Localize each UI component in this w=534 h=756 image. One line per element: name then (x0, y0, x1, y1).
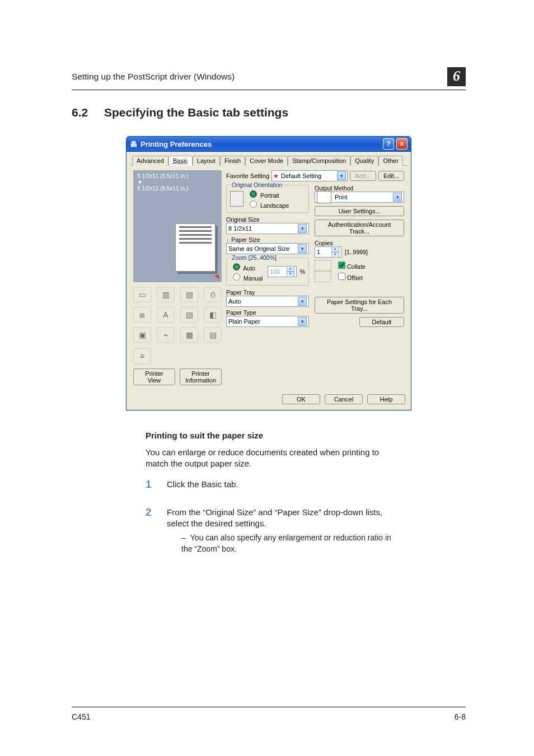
authentication-button[interactable]: Authentication/Account Track... (315, 220, 404, 236)
feature-icon: ▤ (180, 307, 198, 323)
preview-sheet-icon (175, 223, 216, 272)
favorite-add-button[interactable]: Add... (350, 171, 376, 181)
feature-icon: ▤ (180, 287, 198, 302)
portrait-icon (230, 191, 243, 207)
tab-cover-mode[interactable]: Cover Mode (245, 156, 288, 166)
paper-size-label: Paper Size (231, 236, 260, 243)
subsection-title: Printing to suit the paper size (146, 431, 392, 440)
paper-preview-pane: 8 1/2x11 (8.5x11 in.) ▼ 8 1/2x11 (8.5x11… (133, 170, 222, 282)
favorite-setting-label: Favorite Setting (226, 172, 269, 179)
collate-checkbox[interactable]: Collate (338, 262, 366, 270)
step-2-text: From the “Original Size” and “Paper Size… (167, 507, 382, 528)
section-title: Specifying the Basic tab settings (104, 106, 288, 119)
star-icon: ★ (273, 172, 279, 180)
paper-type-select[interactable]: Plain Paper▾ (226, 316, 309, 327)
printer-view-button[interactable]: Printer View (133, 368, 175, 385)
zoom-percent-label: % (300, 268, 305, 275)
favorite-setting-value: Default Setting (281, 172, 321, 179)
tab-layout[interactable]: Layout (193, 156, 220, 166)
section-number: 6.2 (72, 106, 94, 119)
offset-checkbox[interactable]: Offset (338, 273, 363, 281)
header-rule (72, 90, 466, 90)
down-arrow-icon: ▼ (137, 179, 143, 185)
paper-type-label: Paper Type (226, 309, 309, 316)
feature-icon: ≣ (133, 307, 151, 323)
feature-icon: ⎙ (204, 287, 222, 302)
feature-icon: ▤ (204, 327, 222, 343)
chevron-down-icon: ▾ (337, 171, 346, 180)
printer-information-button[interactable]: Printer Information (180, 368, 222, 385)
paper-settings-tray-button[interactable]: Paper Settings for Each Tray... (315, 297, 404, 314)
close-titlebar-button[interactable]: × (396, 138, 407, 150)
tab-other[interactable]: Other (378, 156, 403, 166)
ok-button[interactable]: OK (282, 394, 320, 404)
feature-icon: ⌁ (157, 327, 175, 343)
chevron-down-icon: ▾ (298, 317, 307, 326)
zoom-value-spin[interactable]: 100▴▾ (268, 266, 297, 277)
feature-icon: ▭ (133, 287, 151, 302)
zoom-manual-radio[interactable]: Manual (230, 275, 263, 282)
copies-range-label: [1..9999] (345, 249, 368, 255)
printing-preferences-dialog: 🖶 Printing Preferences ? × Advanced Basi… (126, 136, 411, 410)
body-paragraph: You can enlarge or reduce documents crea… (146, 447, 392, 470)
tab-advanced[interactable]: Advanced (132, 156, 168, 166)
dialog-title: Printing Preferences (140, 140, 212, 148)
original-size-label: Original Size (226, 216, 309, 223)
preview-dst-size: 8 1/2x11 (8.5x11 in.) (137, 185, 218, 192)
footer-pagenum: 6-8 (455, 712, 466, 721)
collate-icon (315, 260, 331, 271)
down-arrow-icon: ↓ (226, 236, 229, 243)
feature-icon: A (157, 307, 175, 323)
landscape-radio[interactable]: Landscape (247, 202, 289, 209)
tab-basic[interactable]: Basic (168, 156, 193, 166)
feature-icon: ▦ (180, 327, 198, 343)
step-2-subbullet: –You can also specify any enlargement or… (181, 533, 392, 554)
offset-icon (315, 271, 331, 282)
resize-grip-icon (214, 275, 219, 279)
chevron-down-icon: ▾ (298, 244, 307, 253)
chapter-number-badge: 6 (447, 67, 466, 86)
printer-icon (317, 191, 331, 203)
tab-stamp-composition[interactable]: Stamp/Composition (288, 156, 350, 166)
copies-spin[interactable]: 1▴▾ (315, 246, 341, 258)
favorite-setting-select[interactable]: ★ Default Setting ▾ (271, 170, 348, 181)
original-orientation-group: Original Orientation Portrait Landscape (226, 185, 309, 213)
help-titlebar-button[interactable]: ? (383, 138, 394, 150)
dialog-titlebar: 🖶 Printing Preferences ? × (126, 136, 411, 152)
paper-tray-label: Paper Tray (226, 289, 309, 296)
tab-strip: Advanced Basic Layout Finish Cover Mode … (130, 155, 407, 166)
tab-finish[interactable]: Finish (220, 156, 245, 166)
paper-size-select[interactable]: Same as Original Size▾ (226, 243, 309, 254)
running-header: Setting up the PostScript driver (Window… (72, 72, 235, 82)
step-1-text: Click the Basic tab. (167, 479, 238, 490)
cancel-button[interactable]: Cancel (325, 394, 363, 404)
footer-model: C451 (72, 712, 90, 721)
zoom-auto-radio[interactable]: Auto (230, 265, 255, 272)
output-method-select[interactable]: Print ▾ (315, 192, 404, 203)
feature-icon: ◧ (204, 307, 222, 323)
user-settings-button[interactable]: User Settings... (315, 206, 404, 216)
chevron-down-icon: ▾ (298, 297, 307, 306)
chevron-down-icon: ▾ (298, 224, 307, 233)
copies-label: Copies (315, 240, 404, 246)
portrait-radio[interactable]: Portrait (247, 192, 279, 199)
chevron-down-icon: ▾ (393, 193, 402, 202)
original-size-select[interactable]: 8 1/2x11▾ (226, 223, 309, 234)
feature-icon: ▣ (133, 327, 151, 343)
preview-src-size: 8 1/2x11 (8.5x11 in.) (137, 173, 218, 179)
feature-icon: ≡ (133, 348, 151, 364)
paper-tray-select[interactable]: Auto▾ (226, 296, 309, 307)
help-button[interactable]: Help (367, 394, 405, 404)
zoom-group: Zoom [25..400%] Auto Manual 100▴▾ (226, 258, 309, 286)
favorite-edit-button[interactable]: Edit... (378, 171, 404, 181)
default-button[interactable]: Default (359, 317, 404, 327)
tab-quality[interactable]: Quality (350, 156, 378, 166)
feature-icon: ▥ (157, 287, 175, 302)
